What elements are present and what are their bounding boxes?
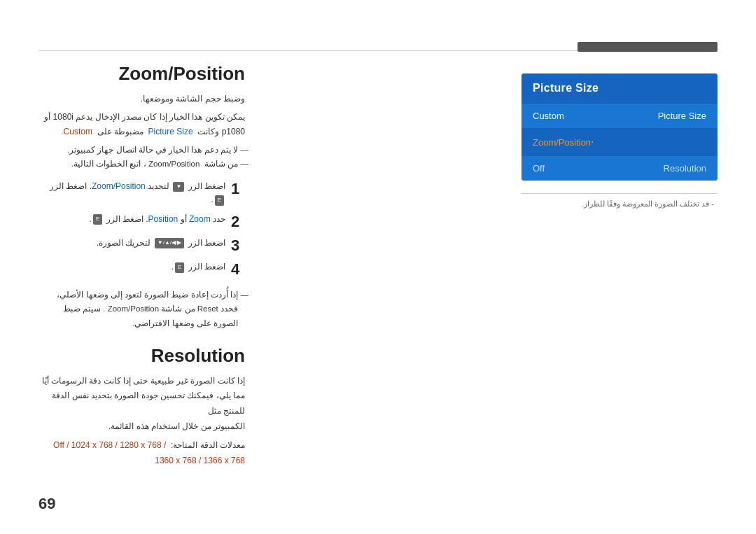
step-4-number: 4 xyxy=(231,260,245,279)
steps-container: 1 اضغط الزر ▼ لتحديد Zoom/Position. اضغط… xyxy=(38,180,245,279)
step2-position: Position xyxy=(148,214,178,224)
step-2: 2 حدد Zoom أو Position. اضغط الزر E. xyxy=(38,213,245,231)
step-4-text: اضغط الزر E. xyxy=(38,260,225,274)
top-bar-decoration xyxy=(578,42,718,52)
step-3-text: اضغط الزر ▶/◀/▲/▼ لتحريك الصورة. xyxy=(38,237,225,250)
step-1: 1 اضغط الزر ▼ لتحديد Zoom/Position. اضغط… xyxy=(38,180,245,206)
resolution-desc-line1: إذا كانت الصورة غير طبيعية حتى إذا كانت … xyxy=(38,374,245,419)
zoom-position-note-link: Zoom/Position xyxy=(108,304,160,313)
intro-custom: Custom. xyxy=(61,127,92,136)
menu-item-zoom-position[interactable]: Zoom/Position · xyxy=(522,128,718,155)
intro-picture-size: Picture Size xyxy=(148,127,193,136)
zoom-position-dot: · xyxy=(591,136,594,148)
bullet1: لا يتم دعم هذا الخيار في حالة اتصال جهاز… xyxy=(38,143,245,157)
menu-item-picture-size-label: Picture Size xyxy=(658,111,706,121)
step-3: 3 اضغط الزر ▶/◀/▲/▼ لتحريك الصورة. xyxy=(38,237,245,255)
page-number: 69 xyxy=(38,495,55,513)
menu-item-resolution-label: Resolution xyxy=(664,163,706,174)
menu-item-resolution-value: Off xyxy=(533,163,545,174)
main-content-area: Zoom/Position وضبط حجم الشاشة وموضعها. ي… xyxy=(38,63,245,492)
menu-title: Picture Size xyxy=(522,73,718,103)
resolution-options: معدلات الدقة المتاحة: Off / 1024 x 768 /… xyxy=(38,438,245,468)
menu-footnote: قد تختلف الصورة المعروضة وفقًا للطراز. xyxy=(522,193,718,209)
intro-line2-suffix: مضبوطة على xyxy=(97,127,144,136)
reset-note: إذا أُردت إعادة ضبط الصورة لتعود إلى وضع… xyxy=(38,288,245,331)
step-1-text: اضغط الزر ▼ لتحديد Zoom/Position. اضغط ا… xyxy=(38,180,225,206)
reset-middle: من شاشة xyxy=(159,304,195,313)
menu-item-picture-size[interactable]: Custom Picture Size xyxy=(522,103,718,128)
intro-line2: يمكن تكوين هذا الخيار إذا كان مصدر الإدخ… xyxy=(38,110,245,140)
step-2-text: حدد Zoom أو Position. اضغط الزر E. xyxy=(38,213,225,226)
menu-item-picture-size-value: Custom xyxy=(533,111,564,121)
step4-btn-icon: E xyxy=(175,262,184,273)
intro-line1: وضبط حجم الشاشة وموضعها. xyxy=(38,92,245,107)
reset-link: Reset xyxy=(197,304,218,313)
zoom-position-title: Zoom/Position xyxy=(38,63,245,85)
picture-size-panel: Picture Size Custom Picture Size Zoom/Po… xyxy=(522,73,718,209)
zoom-position-menu-label: Zoom/Position xyxy=(533,137,591,148)
step2-zoom: Zoom xyxy=(189,214,211,224)
menu-item-resolution[interactable]: Off Resolution xyxy=(522,155,718,181)
resolution-title: Resolution xyxy=(38,345,245,367)
step-3-number: 3 xyxy=(231,237,245,255)
step3-arrows-icon: ▶/◀/▲/▼ xyxy=(155,238,185,248)
bullet2-link: Zoom/Position xyxy=(148,160,200,168)
step1-arrow-icon: ▼ xyxy=(173,182,184,192)
step1-btn-icon: E xyxy=(215,195,224,206)
picture-size-menu: Picture Size Custom Picture Size Zoom/Po… xyxy=(522,73,718,181)
step-1-number: 1 xyxy=(231,180,245,198)
step2-btn-icon: E xyxy=(93,214,102,225)
step-4: 4 اضغط الزر E. xyxy=(38,260,245,279)
bullet2: من شاشة Zoom/Position ، اتبع الخطوات الت… xyxy=(38,157,245,171)
step-2-number: 2 xyxy=(231,213,245,231)
resolution-desc-line2: الكمبيوتر من خلال استخدام هذه القائمة. xyxy=(38,419,245,435)
step1-link: Zoom/Position xyxy=(92,181,146,191)
resolution-options-label: معدلات الدقة المتاحة: xyxy=(171,440,245,450)
